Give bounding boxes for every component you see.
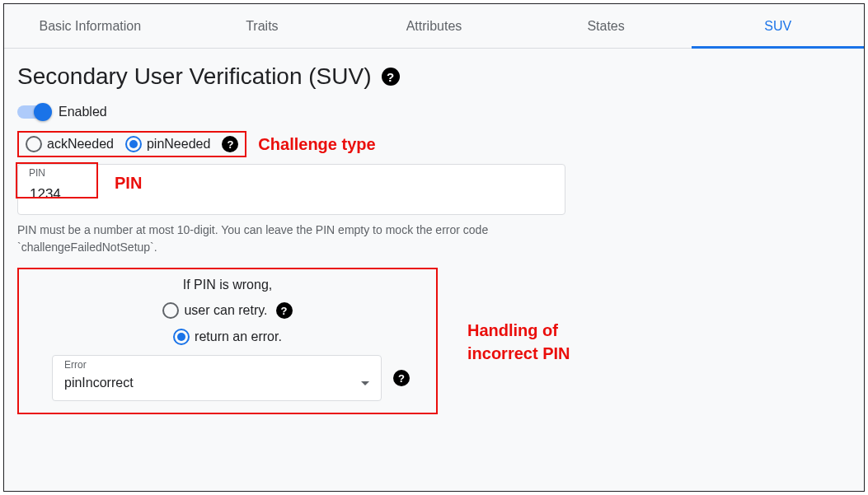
wrong-pin-highlight: If PIN is wrong, user can retry. ? retur… [17, 268, 438, 414]
error-value: pinIncorrect [64, 376, 134, 390]
radio-return-error[interactable]: return an error. [173, 329, 282, 345]
wrong-pin-title: If PIN is wrong, [183, 278, 272, 292]
tab-states[interactable]: States [520, 4, 692, 48]
radio-label: return an error. [195, 329, 282, 344]
tab-suv[interactable]: SUV [692, 4, 864, 48]
radio-icon [162, 302, 179, 319]
radio-user-can-retry[interactable]: user can retry. [162, 302, 267, 319]
annotation-pin: PIN [115, 174, 142, 193]
toggle-thumb [34, 103, 52, 121]
radio-label: ackNeeded [47, 137, 114, 152]
challenge-type-highlight: ackNeeded pinNeeded ? [17, 131, 246, 157]
error-select[interactable]: Error pinIncorrect [52, 355, 382, 401]
help-icon[interactable]: ? [222, 136, 238, 152]
pin-float-label: PIN [29, 167, 45, 179]
help-icon[interactable]: ? [382, 68, 400, 86]
page-title: Secondary User Verification (SUV) [17, 63, 372, 90]
radio-icon [26, 136, 42, 152]
tab-traits[interactable]: Traits [176, 4, 349, 48]
tab-label: Attributes [406, 19, 462, 34]
radio-icon [173, 329, 190, 345]
pin-helper-text: PIN must be a number at most 10-digit. Y… [17, 222, 561, 256]
tab-label: Basic Information [39, 19, 141, 34]
annotation-challenge-type: Challenge type [258, 135, 375, 154]
tab-label: Traits [246, 19, 278, 34]
radio-pin-needed[interactable]: pinNeeded [125, 136, 210, 152]
pin-value: 1234 [30, 186, 61, 203]
tab-label: SUV [764, 19, 791, 34]
pin-input[interactable]: PIN 1234 [17, 164, 565, 215]
error-float-label: Error [64, 359, 87, 371]
chevron-down-icon [361, 381, 369, 385]
tab-basic-information[interactable]: Basic Information [4, 4, 176, 48]
toggle-label: Enabled [59, 105, 107, 119]
radio-label: user can retry. [184, 303, 267, 318]
help-icon[interactable]: ? [393, 370, 410, 386]
annotation-handling-incorrect-pin: Handling of incorrect PIN [467, 319, 570, 365]
tab-attributes[interactable]: Attributes [348, 4, 520, 48]
radio-ack-needed[interactable]: ackNeeded [26, 136, 114, 152]
tab-bar: Basic Information Traits Attributes Stat… [4, 4, 864, 49]
help-icon[interactable]: ? [276, 302, 293, 319]
enabled-toggle[interactable] [17, 105, 50, 119]
tab-label: States [587, 19, 624, 34]
radio-label: pinNeeded [147, 137, 210, 152]
radio-icon [125, 136, 142, 152]
